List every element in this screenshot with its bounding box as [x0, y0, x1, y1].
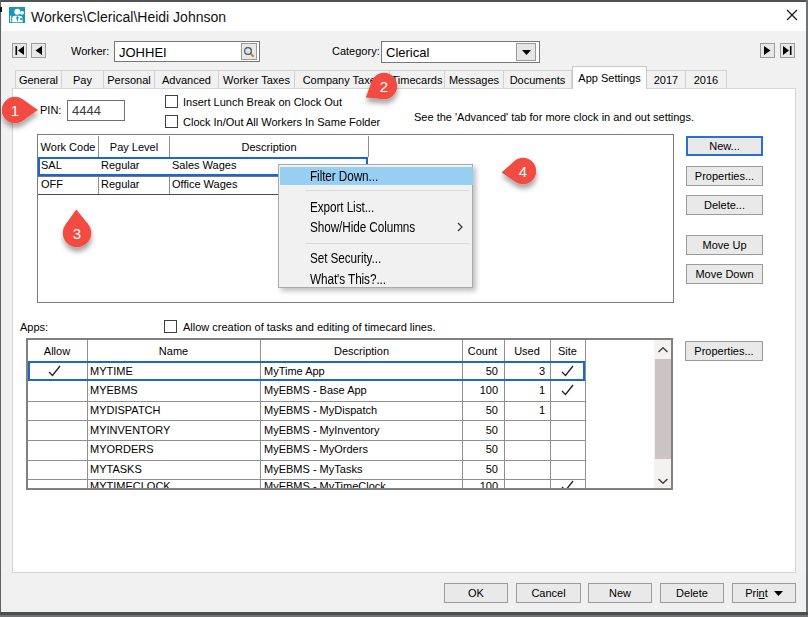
svg-text:2: 2	[380, 78, 388, 95]
svg-text:1: 1	[11, 102, 19, 119]
svg-text:4: 4	[519, 163, 527, 180]
svg-text:3: 3	[73, 225, 81, 242]
